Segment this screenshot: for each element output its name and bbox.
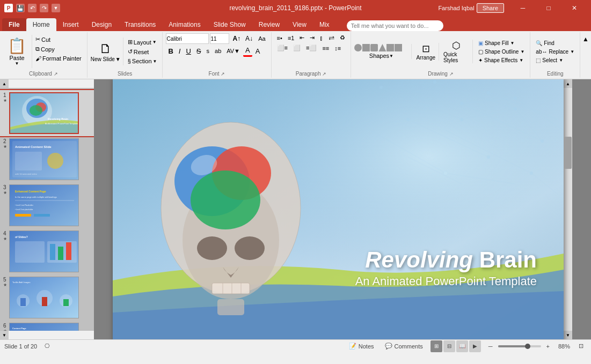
editing-group: 🔍 Find ab↔ Replace ▼ ⬚ Select ▼ Editing <box>530 32 580 78</box>
shape-oval[interactable] <box>354 44 362 51</box>
notes-button[interactable]: 📝 Notes <box>346 341 377 351</box>
copy-button[interactable]: ⧉ Copy <box>33 44 84 54</box>
slide-item-4[interactable]: 4 ★ of Slides? <box>0 228 94 274</box>
slide-num-1: 1 <box>3 92 7 98</box>
shape-rect[interactable] <box>362 44 370 51</box>
bold-button[interactable]: B <box>166 46 175 56</box>
align-center-button[interactable]: ⬜ <box>291 43 303 53</box>
format-painter-button[interactable]: 🖌 Format Painter <box>33 54 84 63</box>
tell-me-input[interactable] <box>347 20 443 31</box>
zoom-in-button[interactable]: + <box>543 342 553 351</box>
zoom-slider[interactable] <box>498 345 541 347</box>
shape-arrow[interactable] <box>395 44 402 51</box>
shape-outline-button[interactable]: ▢ Shape Outline ▼ <box>476 48 527 56</box>
strikethrough2-button[interactable]: ab <box>213 47 223 55</box>
maximize-button[interactable]: □ <box>536 0 561 16</box>
slide-item-1[interactable]: 1 ★ <box>0 90 94 136</box>
char-spacing-button[interactable]: AV▼ <box>224 47 242 55</box>
shape-effects-button[interactable]: ✦ Shape Effects ▼ <box>476 56 527 64</box>
tab-slideshow[interactable]: Slide Show <box>207 18 252 31</box>
quick-styles-label: Quick Styles <box>443 51 458 63</box>
quick-styles-button[interactable]: Quick Styles <box>443 51 469 63</box>
zoom-thumb[interactable] <box>525 344 530 349</box>
layout-button[interactable]: ⊞ Layout ▼ <box>126 38 159 47</box>
tab-file[interactable]: File <box>2 18 26 31</box>
canvas-scroll-down[interactable]: ▼ <box>564 331 572 339</box>
align-left-button[interactable]: ⬜≡ <box>275 43 290 53</box>
zoom-level[interactable]: 88% <box>555 342 573 351</box>
minimize-button[interactable]: ─ <box>510 0 535 16</box>
replace-button[interactable]: ab↔ Replace ▼ <box>534 48 577 56</box>
normal-view-button[interactable]: ⊞ <box>431 340 442 352</box>
new-slide-button[interactable]: 🗋 New Slide ▼ <box>91 41 121 62</box>
tab-review[interactable]: Review <box>252 18 286 31</box>
shape-triangle[interactable] <box>378 44 386 51</box>
slide-sorter-button[interactable]: ⊟ <box>443 340 455 352</box>
slide-scroll-up[interactable]: ▲ <box>0 79 9 88</box>
tab-animations[interactable]: Animations <box>162 18 207 31</box>
font-increase-button[interactable]: A↑ <box>230 34 243 43</box>
clear-formatting-button[interactable]: Aa <box>256 34 267 43</box>
highlight-button[interactable]: A <box>253 46 262 56</box>
redo-icon[interactable]: ↷ <box>40 4 48 12</box>
slide-item-2[interactable]: 2 ★ Animated Content Slide <box>0 136 94 182</box>
save-quickaccess-icon[interactable]: 💾 <box>16 4 25 12</box>
tab-transitions[interactable]: Transitions <box>118 18 162 31</box>
direction-button[interactable]: ⮂ <box>326 34 337 42</box>
find-button[interactable]: 🔍 Find <box>534 39 577 47</box>
undo-icon[interactable]: ↶ <box>28 4 37 12</box>
slide-item-6[interactable]: 6 ★ Content Page This Layout Page <box>0 321 94 331</box>
paste-button[interactable]: 📋 Paste ▼ <box>3 35 31 68</box>
customize-icon[interactable]: ▼ <box>52 4 60 12</box>
shape-line[interactable] <box>386 44 394 51</box>
strikethrough-button[interactable]: S <box>194 46 203 56</box>
font-decrease-button[interactable]: A↓ <box>243 34 255 43</box>
tab-home[interactable]: Home <box>26 18 56 31</box>
increase-indent-button[interactable]: ⇥ <box>308 33 317 42</box>
collapse-ribbon-button[interactable]: ▲ <box>580 33 591 45</box>
canvas-scroll-up[interactable]: ▲ <box>564 79 572 88</box>
svg-point-71 <box>541 139 544 143</box>
section-button[interactable]: § Section ▼ <box>126 57 159 65</box>
shape-rrect[interactable] <box>370 44 378 51</box>
arrange-icon[interactable]: ⊡ <box>422 43 430 55</box>
scrollbar-thumb[interactable] <box>564 137 572 169</box>
slide-item-3[interactable]: 3 ★ Enhanced Content Page In the s <box>0 182 94 228</box>
columns-button[interactable]: ⫿ <box>318 34 325 42</box>
tab-mix[interactable]: Mix <box>313 18 336 31</box>
comments-button[interactable]: 💬 Comments <box>382 341 426 351</box>
effects-icon: ✦ <box>478 57 483 63</box>
slide-scroll-down[interactable]: ▼ <box>0 331 9 339</box>
quick-styles-icon[interactable]: ⬡ <box>452 40 461 51</box>
bullets-button[interactable]: ≡• <box>275 34 284 42</box>
font-color-button[interactable]: A <box>243 45 252 57</box>
convert-smartart-button[interactable]: ♻ <box>338 33 347 42</box>
zoom-out-button[interactable]: ─ <box>485 342 496 351</box>
shapes-button[interactable]: Shapes ▼ <box>369 53 393 59</box>
shape-fill-button[interactable]: ▣ Shape Fill ▼ <box>476 39 527 47</box>
slide-item-5[interactable]: 5 ★ Toolkit Add Images <box>0 274 94 321</box>
line-spacing-button[interactable]: ↕≡ <box>332 44 343 53</box>
numbered-list-button[interactable]: ≡1 <box>286 34 297 42</box>
close-button[interactable]: ✕ <box>562 0 587 16</box>
decrease-indent-button[interactable]: ⇤ <box>297 33 307 42</box>
font-size-input[interactable] <box>210 33 229 44</box>
cut-button[interactable]: ✂ Cut <box>33 35 84 44</box>
tab-design[interactable]: Design <box>85 18 118 31</box>
fit-slide-button[interactable]: ⊡ <box>575 341 587 351</box>
align-right-button[interactable]: ≡⬜ <box>304 43 319 53</box>
font-family-input[interactable] <box>166 33 209 44</box>
shadow-button[interactable]: s <box>205 47 212 55</box>
arrange-button[interactable]: Arrange <box>416 55 435 61</box>
select-button[interactable]: ⬚ Select ▼ <box>534 56 577 64</box>
tab-insert[interactable]: Insert <box>56 18 85 31</box>
reading-view-button[interactable]: 📖 <box>456 340 468 352</box>
italic-button[interactable]: I <box>177 46 183 56</box>
notes-accessibility-button[interactable]: ⎔ <box>41 341 53 351</box>
reset-button[interactable]: ↺ Reset <box>126 47 159 56</box>
underline-button[interactable]: U <box>184 46 193 56</box>
share-button[interactable]: Share <box>477 3 504 13</box>
tab-view[interactable]: View <box>286 18 313 31</box>
justify-button[interactable]: ≡≡ <box>320 44 331 53</box>
slideshow-button[interactable]: ▶ <box>469 340 481 352</box>
